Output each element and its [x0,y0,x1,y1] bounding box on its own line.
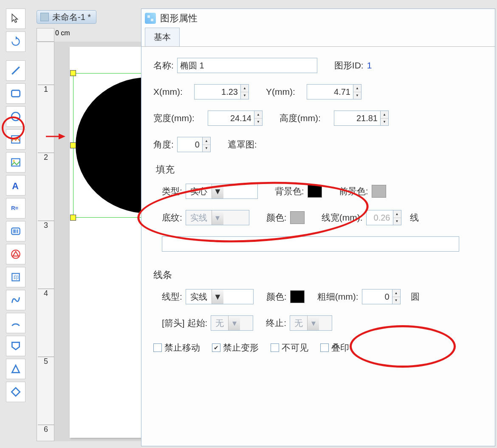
line-section-title: 线条 [153,269,483,281]
left-toolbar: A R≡ 印 [6,9,25,405]
spin-down[interactable]: ▼ [381,119,388,126]
svg-rect-8 [11,228,20,234]
pattern-combo: 实线▾ [186,210,249,225]
thickness-input[interactable] [362,289,393,304]
arrow-label: [箭头] 起始: [162,317,207,329]
panel-body: 名称: 图形ID: 1 X(mm): ▲▼ Y(mm): ▲▼ 宽度(mm): … [141,47,495,376]
spin-up[interactable]: ▲ [393,289,400,297]
x-input[interactable] [194,84,241,99]
patterncolor-label: 颜色: [266,212,287,224]
fill-section-title: 填充 [156,163,483,176]
ruler-corner [37,28,54,42]
triangle2-tool[interactable] [6,359,25,379]
fgcolor-label: 前景色: [339,185,368,197]
select-tool[interactable] [6,9,25,29]
svg-text:A: A [12,181,19,191]
y-spinner[interactable]: ▲▼ [307,84,361,99]
ruler-tick: 4 [38,289,54,298]
filltype-combo[interactable]: 实心▼ [186,184,258,199]
arrow-end-label: 终止: [266,317,286,329]
thickness-spinner[interactable]: ▲▼ [362,289,401,304]
spin-down[interactable]: ▼ [393,297,400,304]
tab-basic[interactable]: 基本 [145,28,180,46]
height-spinner[interactable]: ▲▼ [334,111,389,126]
width-spinner[interactable]: ▲▼ [208,111,263,126]
svg-text:R≡: R≡ [11,205,18,211]
svg-rect-16 [147,15,150,18]
spin-up[interactable]: ▲ [254,111,262,119]
spin-up[interactable]: ▲ [353,85,361,92]
linecolor-label: 颜色: [266,291,287,303]
shapeid-value: 1 [367,60,372,71]
linecolor-swatch[interactable] [290,290,305,303]
richtext-tool[interactable]: R≡ [6,198,25,218]
diamond-tool[interactable] [6,382,25,402]
tab-strip: 基本 [141,28,495,47]
fill-extra-input[interactable] [162,236,459,252]
resize-handle-bl[interactable] [70,215,76,221]
name-label: 名称: [153,60,174,71]
filltype-label: 类型: [162,185,182,197]
picture-tool[interactable] [6,152,25,173]
bgcolor-swatch[interactable] [308,185,322,198]
invisible-checkbox[interactable]: 不可见 [271,342,308,354]
ruler-tick: 1 [38,85,54,94]
text-tool[interactable]: A [6,175,25,196]
thickness-label: 粗细(mm): [317,291,359,303]
fgcolor-swatch[interactable] [372,185,386,198]
image-tool[interactable] [6,129,25,150]
svg-text:印: 印 [14,275,19,281]
spin-up[interactable]: ▲ [381,111,388,119]
linewidth-label: 线宽(mm): [322,212,363,224]
curve-tool[interactable] [6,290,25,310]
shapeid-label: 图形ID: [334,60,364,71]
round-suffix-label: 圆 [411,291,420,303]
stamp-tool[interactable]: 印 [6,267,25,287]
width-input[interactable] [208,111,254,126]
properties-panel: 图形属性 基本 名称: 图形ID: 1 X(mm): ▲▼ Y(mm): ▲▼ … [141,9,495,446]
canvas[interactable] [54,42,144,441]
y-input[interactable] [307,84,353,99]
resize-handle-ml[interactable] [70,142,76,148]
spin-down[interactable]: ▼ [203,145,210,152]
angle-input[interactable] [177,137,203,152]
locktransform-checkbox[interactable]: ✔禁止变形 [212,342,259,354]
linetype-label: 线型: [162,291,182,303]
spin-down[interactable]: ▼ [353,92,361,99]
ruler-tick: 2 [38,153,54,162]
resize-handle-tl[interactable] [70,70,76,76]
linewidth-input [366,210,393,225]
svg-point-2 [11,112,20,121]
lockmove-checkbox[interactable]: 禁止移动 [153,342,200,354]
line-suffix-label: 线 [410,212,419,224]
overprint-checkbox[interactable]: 叠印 [320,342,349,354]
barcode-tool[interactable] [6,221,25,241]
name-input[interactable] [177,58,317,73]
rect-tool[interactable] [6,83,25,104]
bgcolor-label: 背景色: [275,185,304,197]
line-tool[interactable] [6,60,25,81]
angle-spinner[interactable]: ▲▼ [177,137,211,152]
triangle-tool[interactable] [6,244,25,264]
spin-up[interactable]: ▲ [203,137,210,145]
vertical-ruler: 1 2 3 4 5 6 [37,42,54,441]
ruler-origin-label: 0 cm [55,29,70,37]
y-label: Y(mm): [266,87,303,97]
polygon-tool[interactable] [6,336,25,356]
ellipse-tool[interactable] [6,106,25,127]
panel-title: 图形属性 [160,12,198,25]
spin-down[interactable]: ▼ [241,92,248,99]
height-input[interactable] [334,111,381,126]
document-tab[interactable]: 未命名-1 * [37,10,96,24]
spin-up[interactable]: ▲ [241,85,248,92]
ruler-tick: 3 [38,221,54,230]
linetype-combo[interactable]: 实线▼ [186,289,254,304]
patterncolor-swatch[interactable] [290,211,305,224]
svg-rect-17 [151,19,153,21]
svg-rect-1 [11,90,20,96]
x-label: X(mm): [153,87,191,97]
x-spinner[interactable]: ▲▼ [194,84,249,99]
rotate-tool[interactable] [6,31,25,52]
spin-down[interactable]: ▼ [254,119,262,126]
arc-tool[interactable] [6,313,25,333]
